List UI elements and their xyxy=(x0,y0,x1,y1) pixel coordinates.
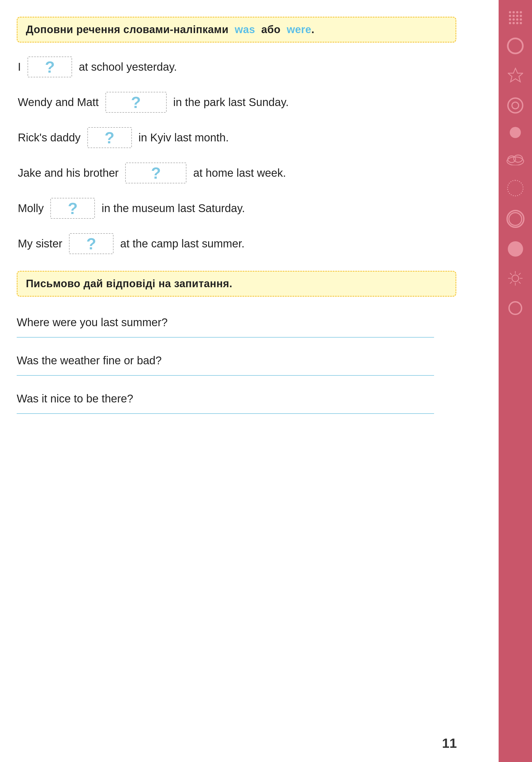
sentence-3-after: in Kyiv last month. xyxy=(139,131,229,144)
sentence-row-1: I ? at school yesterday. xyxy=(17,56,476,77)
sidebar-decorations xyxy=(498,11,532,315)
main-content: Доповни речення словами-наліпками was аб… xyxy=(0,0,498,762)
answer-line-2[interactable] xyxy=(17,375,434,376)
svg-line-12 xyxy=(510,282,512,284)
word-was: was xyxy=(235,24,255,35)
exercises-section: I ? at school yesterday. Wendy and Matt … xyxy=(17,56,476,254)
instruction-before: Доповни речення словами-наліпками xyxy=(26,24,228,35)
question-text-2: Was the weather fine or bad? xyxy=(17,354,476,367)
word-were: were xyxy=(287,24,311,35)
double-circle-icon xyxy=(506,210,524,228)
instruction-middle: або xyxy=(261,24,280,35)
blank-box-4[interactable]: ? xyxy=(125,163,187,184)
circle-outline-small-icon xyxy=(508,301,522,315)
question-row-3: Was it nice to be there? xyxy=(17,392,476,414)
star-icon xyxy=(508,68,523,84)
sentence-1-after: at school yesterday. xyxy=(79,61,177,73)
question-mark-2: ? xyxy=(131,94,141,111)
sentence-2-before: Wendy and Matt xyxy=(18,96,99,109)
sentence-5-after: in the museum last Saturday. xyxy=(102,202,245,215)
instruction-text-2: Письмово дай відповіді на запитання. xyxy=(26,278,232,289)
circle-filled-icon xyxy=(510,127,521,138)
svg-line-10 xyxy=(519,282,521,284)
sentence-row-3: Rick's daddy ? in Kyiv last month. xyxy=(17,127,476,148)
svg-point-4 xyxy=(512,275,519,282)
question-text-1: Where were you last summer? xyxy=(17,316,476,329)
question-text-3: Was it nice to be there? xyxy=(17,392,476,405)
sentence-5-before: Molly xyxy=(18,202,44,215)
circle-filled-large-icon xyxy=(508,241,523,257)
question-mark-3: ? xyxy=(105,130,114,146)
question-row-1: Where were you last summer? xyxy=(17,316,476,338)
question-mark-1: ? xyxy=(45,59,54,75)
blank-box-2[interactable]: ? xyxy=(106,92,167,113)
sentence-row-2: Wendy and Matt ? in the park last Sunday… xyxy=(17,92,476,113)
sentence-row-5: Molly ? in the museum last Saturday. xyxy=(17,198,476,219)
answer-line-3[interactable] xyxy=(17,413,434,414)
question-row-2: Was the weather fine or bad? xyxy=(17,354,476,376)
sunburst-icon xyxy=(507,270,524,288)
instruction-text-1: Доповни речення словами-наліпками was аб… xyxy=(26,24,314,35)
page-number: 11 xyxy=(442,735,457,751)
sentence-4-before: Jake and his brother xyxy=(18,167,118,179)
blank-box-1[interactable]: ? xyxy=(28,56,72,77)
instruction-after: . xyxy=(311,24,314,35)
circle-target-inner xyxy=(511,102,519,110)
sentence-6-before: My sister xyxy=(18,237,62,250)
answer-line-1[interactable] xyxy=(17,337,434,338)
question-mark-6: ? xyxy=(86,236,96,252)
question-mark-5: ? xyxy=(68,200,78,216)
dots-ring-icon xyxy=(507,180,524,196)
svg-line-9 xyxy=(510,273,512,275)
cloud-icon xyxy=(505,151,525,166)
sentence-4-after: at home last week. xyxy=(193,167,286,179)
sentence-2-after: in the park last Sunday. xyxy=(173,96,289,109)
sentence-row-4: Jake and his brother ? at home last week… xyxy=(17,163,476,184)
instruction-box-1: Доповни речення словами-наліпками was аб… xyxy=(17,17,456,42)
sentence-6-after: at the camp last summer. xyxy=(120,237,245,250)
sentence-row-6: My sister ? at the camp last summer. xyxy=(17,233,476,254)
circle-target-icon xyxy=(507,97,523,114)
blank-box-3[interactable]: ? xyxy=(87,127,132,148)
sentence-3-before: Rick's daddy xyxy=(18,131,81,144)
instruction-box-2: Письмово дай відповіді на запитання. xyxy=(17,271,456,297)
questions-section: Where were you last summer? Was the weat… xyxy=(17,316,476,414)
circle-outline-large-icon xyxy=(507,38,524,54)
question-mark-4: ? xyxy=(151,165,161,181)
svg-marker-0 xyxy=(508,68,523,82)
svg-line-11 xyxy=(519,273,521,275)
blank-box-6[interactable]: ? xyxy=(69,233,114,254)
blank-box-5[interactable]: ? xyxy=(50,198,95,219)
sentence-1-before: I xyxy=(18,61,21,73)
dots-grid-icon xyxy=(509,11,522,24)
sidebar xyxy=(498,0,532,762)
